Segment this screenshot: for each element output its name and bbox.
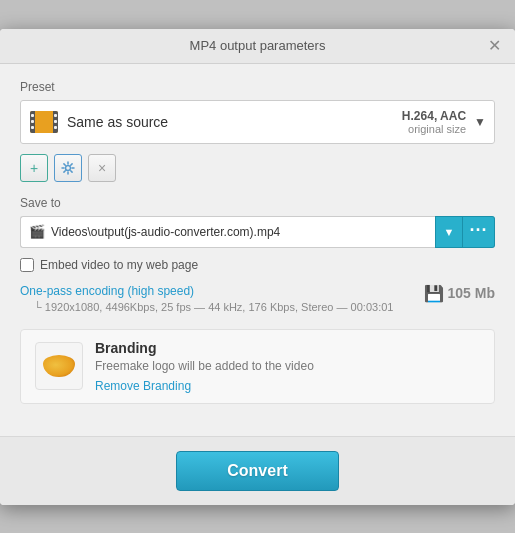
embed-label: Embed video to my web page — [40, 258, 198, 272]
encoding-details: └ 1920x1080, 4496Kbps, 25 fps — 44 kHz, … — [34, 301, 393, 313]
preset-name: Same as source — [67, 114, 402, 130]
add-preset-button[interactable]: + — [20, 154, 48, 182]
convert-button[interactable]: Convert — [176, 451, 338, 491]
file-icon: 🎬 — [29, 224, 45, 239]
encoding-link[interactable]: One-pass encoding (high speed) — [20, 284, 393, 298]
branding-logo — [35, 342, 83, 390]
embed-checkbox[interactable] — [20, 258, 34, 272]
browse-dots: ··· — [469, 221, 487, 239]
preset-size: original size — [402, 123, 466, 135]
dialog: MP4 output parameters ✕ Preset — [0, 29, 515, 505]
film-holes-left — [31, 114, 34, 129]
branding-logo-shape — [43, 355, 75, 377]
content-area: Preset Same as source — [0, 64, 515, 436]
preset-info: H.264, AAC original size — [402, 109, 466, 135]
file-size: 💾 105 Mb — [424, 284, 495, 303]
toolbar: + × — [20, 154, 495, 182]
title-bar: MP4 output parameters ✕ — [0, 29, 515, 64]
preset-dropdown-arrow[interactable]: ▼ — [474, 115, 486, 129]
saveto-input-wrap: 🎬 — [20, 216, 435, 248]
gear-icon — [61, 161, 75, 175]
branding-title: Branding — [95, 340, 480, 356]
settings-button[interactable] — [54, 154, 82, 182]
branding-text: Branding Freemake logo will be added to … — [95, 340, 480, 393]
saveto-input[interactable] — [51, 225, 427, 239]
film-icon — [30, 111, 58, 133]
saveto-label: Save to — [20, 196, 495, 210]
encoding-row: One-pass encoding (high speed) └ 1920x10… — [20, 284, 495, 317]
saveto-browse-button[interactable]: ··· — [463, 216, 495, 248]
dialog-title: MP4 output parameters — [30, 38, 485, 53]
film-icon-wrap — [29, 107, 59, 137]
branding-description: Freemake logo will be added to the video — [95, 359, 480, 373]
file-size-icon: 💾 — [424, 284, 444, 303]
preset-label: Preset — [20, 80, 495, 94]
preset-selector[interactable]: Same as source H.264, AAC original size … — [20, 100, 495, 144]
saveto-dropdown-button[interactable]: ▼ — [435, 216, 463, 248]
branding-box: Branding Freemake logo will be added to … — [20, 329, 495, 404]
file-size-value: 105 Mb — [448, 285, 495, 301]
encoding-info: One-pass encoding (high speed) └ 1920x10… — [20, 284, 393, 317]
embed-checkbox-row: Embed video to my web page — [20, 258, 495, 272]
delete-preset-button[interactable]: × — [88, 154, 116, 182]
close-button[interactable]: ✕ — [485, 37, 503, 55]
svg-point-0 — [66, 165, 71, 170]
footer: Convert — [0, 436, 515, 505]
film-holes-right — [54, 114, 57, 129]
remove-branding-link[interactable]: Remove Branding — [95, 379, 191, 393]
saveto-row: 🎬 ▼ ··· — [20, 216, 495, 248]
preset-codec: H.264, AAC — [402, 109, 466, 123]
